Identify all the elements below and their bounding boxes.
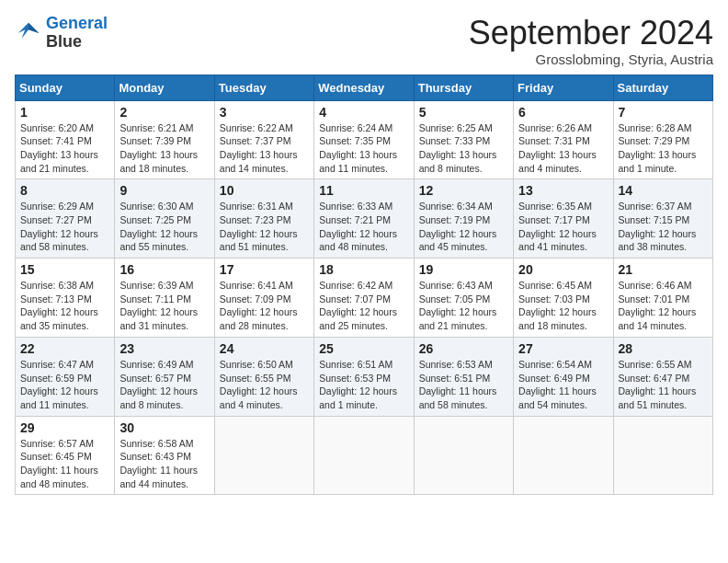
calendar-week-3: 15 Sunrise: 6:38 AMSunset: 7:13 PMDaylig… [16, 259, 713, 338]
calendar-cell: 14 Sunrise: 6:37 AMSunset: 7:15 PMDaylig… [613, 179, 712, 259]
calendar-cell: 15 Sunrise: 6:38 AMSunset: 7:13 PMDaylig… [16, 259, 115, 338]
day-number: 10 [220, 183, 309, 198]
day-number: 12 [419, 183, 508, 198]
cell-info: Sunrise: 6:54 AMSunset: 6:49 PMDaylight:… [518, 358, 608, 412]
cell-info: Sunrise: 6:21 AMSunset: 7:39 PMDaylight:… [119, 121, 209, 176]
day-number: 7 [619, 105, 708, 120]
cell-info: Sunrise: 6:30 AMSunset: 7:25 PMDaylight:… [119, 200, 209, 254]
title-block: September 2024 Grosslobming, Styria, Aus… [469, 15, 713, 67]
cell-info: Sunrise: 6:57 AMSunset: 6:45 PMDaylight:… [20, 437, 109, 491]
day-number: 22 [20, 341, 109, 356]
calendar-cell: 9 Sunrise: 6:30 AMSunset: 7:25 PMDayligh… [115, 179, 214, 259]
weekday-header-tuesday: Tuesday [214, 75, 313, 100]
day-number: 30 [119, 420, 209, 435]
calendar-cell: 22 Sunrise: 6:47 AMSunset: 6:59 PMDaylig… [16, 337, 115, 416]
cell-info: Sunrise: 6:37 AMSunset: 7:15 PMDaylight:… [619, 200, 708, 254]
cell-info: Sunrise: 6:26 AMSunset: 7:31 PMDaylight:… [518, 121, 608, 176]
day-number: 4 [319, 105, 408, 120]
day-number: 14 [619, 183, 708, 198]
month-title: September 2024 [469, 15, 713, 52]
calendar-week-2: 8 Sunrise: 6:29 AMSunset: 7:27 PMDayligh… [16, 179, 713, 259]
svg-marker-1 [28, 23, 39, 33]
cell-info: Sunrise: 6:25 AMSunset: 7:33 PMDaylight:… [419, 121, 508, 176]
cell-info: Sunrise: 6:28 AMSunset: 7:29 PMDaylight:… [619, 121, 708, 176]
day-number: 13 [518, 183, 608, 198]
calendar-cell: 2 Sunrise: 6:21 AMSunset: 7:39 PMDayligh… [115, 100, 214, 179]
cell-info: Sunrise: 6:41 AMSunset: 7:09 PMDaylight:… [220, 279, 309, 333]
cell-info: Sunrise: 6:35 AMSunset: 7:17 PMDaylight:… [518, 200, 608, 254]
calendar-cell: 23 Sunrise: 6:49 AMSunset: 6:57 PMDaylig… [115, 337, 214, 416]
cell-info: Sunrise: 6:45 AMSunset: 7:03 PMDaylight:… [518, 279, 608, 333]
day-number: 25 [319, 341, 408, 356]
calendar-cell: 12 Sunrise: 6:34 AMSunset: 7:19 PMDaylig… [414, 179, 513, 259]
day-number: 2 [119, 105, 209, 120]
cell-info: Sunrise: 6:33 AMSunset: 7:21 PMDaylight:… [319, 200, 408, 254]
day-number: 19 [419, 262, 508, 277]
day-number: 29 [20, 420, 109, 435]
day-number: 8 [20, 183, 109, 198]
page-header: GeneralBlue September 2024 Grosslobming,… [15, 15, 713, 67]
calendar-cell: 20 Sunrise: 6:45 AMSunset: 7:03 PMDaylig… [514, 259, 613, 338]
cell-info: Sunrise: 6:46 AMSunset: 7:01 PMDaylight:… [619, 279, 708, 333]
calendar-week-4: 22 Sunrise: 6:47 AMSunset: 6:59 PMDaylig… [16, 337, 713, 416]
cell-info: Sunrise: 6:51 AMSunset: 6:53 PMDaylight:… [319, 358, 408, 412]
cell-info: Sunrise: 6:22 AMSunset: 7:37 PMDaylight:… [220, 121, 309, 176]
weekday-header-wednesday: Wednesday [314, 75, 414, 100]
calendar-cell: 21 Sunrise: 6:46 AMSunset: 7:01 PMDaylig… [613, 259, 712, 338]
day-number: 6 [518, 105, 608, 120]
calendar-cell: 26 Sunrise: 6:53 AMSunset: 6:51 PMDaylig… [414, 337, 513, 416]
calendar-cell [414, 416, 513, 495]
calendar-cell: 10 Sunrise: 6:31 AMSunset: 7:23 PMDaylig… [214, 179, 313, 259]
calendar-cell: 17 Sunrise: 6:41 AMSunset: 7:09 PMDaylig… [214, 259, 313, 338]
day-number: 3 [220, 105, 309, 120]
day-number: 1 [20, 105, 109, 120]
day-number: 5 [419, 105, 508, 120]
cell-info: Sunrise: 6:34 AMSunset: 7:19 PMDaylight:… [419, 200, 508, 254]
calendar-cell: 25 Sunrise: 6:51 AMSunset: 6:53 PMDaylig… [314, 337, 414, 416]
day-number: 27 [518, 341, 608, 356]
calendar-cell: 5 Sunrise: 6:25 AMSunset: 7:33 PMDayligh… [414, 100, 513, 179]
cell-info: Sunrise: 6:53 AMSunset: 6:51 PMDaylight:… [419, 358, 508, 412]
weekday-header-sunday: Sunday [16, 75, 115, 100]
calendar-cell: 29 Sunrise: 6:57 AMSunset: 6:45 PMDaylig… [16, 416, 115, 495]
day-number: 28 [619, 341, 708, 356]
cell-info: Sunrise: 6:50 AMSunset: 6:55 PMDaylight:… [220, 358, 309, 412]
weekday-header-row: SundayMondayTuesdayWednesdayThursdayFrid… [16, 75, 713, 100]
day-number: 9 [119, 183, 209, 198]
weekday-header-saturday: Saturday [613, 75, 712, 100]
day-number: 16 [119, 262, 209, 277]
calendar-cell [613, 416, 712, 495]
calendar-table: SundayMondayTuesdayWednesdayThursdayFrid… [15, 75, 713, 496]
calendar-cell: 19 Sunrise: 6:43 AMSunset: 7:05 PMDaylig… [414, 259, 513, 338]
calendar-cell: 7 Sunrise: 6:28 AMSunset: 7:29 PMDayligh… [613, 100, 712, 179]
cell-info: Sunrise: 6:58 AMSunset: 6:43 PMDaylight:… [119, 437, 209, 491]
day-number: 21 [619, 262, 708, 277]
calendar-cell [214, 416, 313, 495]
logo-text: GeneralBlue [46, 15, 108, 52]
weekday-header-monday: Monday [115, 75, 214, 100]
weekday-header-thursday: Thursday [414, 75, 513, 100]
calendar-week-1: 1 Sunrise: 6:20 AMSunset: 7:41 PMDayligh… [16, 100, 713, 179]
day-number: 17 [220, 262, 309, 277]
calendar-cell: 24 Sunrise: 6:50 AMSunset: 6:55 PMDaylig… [214, 337, 313, 416]
calendar-cell: 6 Sunrise: 6:26 AMSunset: 7:31 PMDayligh… [514, 100, 613, 179]
logo-icon [15, 19, 42, 47]
calendar-cell: 28 Sunrise: 6:55 AMSunset: 6:47 PMDaylig… [613, 337, 712, 416]
location-title: Grosslobming, Styria, Austria [469, 52, 713, 67]
calendar-cell: 27 Sunrise: 6:54 AMSunset: 6:49 PMDaylig… [514, 337, 613, 416]
cell-info: Sunrise: 6:24 AMSunset: 7:35 PMDaylight:… [319, 121, 408, 176]
day-number: 20 [518, 262, 608, 277]
calendar-cell: 3 Sunrise: 6:22 AMSunset: 7:37 PMDayligh… [214, 100, 313, 179]
cell-info: Sunrise: 6:47 AMSunset: 6:59 PMDaylight:… [20, 358, 109, 412]
calendar-cell: 4 Sunrise: 6:24 AMSunset: 7:35 PMDayligh… [314, 100, 414, 179]
day-number: 11 [319, 183, 408, 198]
day-number: 15 [20, 262, 109, 277]
logo: GeneralBlue [15, 15, 108, 52]
day-number: 23 [119, 341, 209, 356]
day-number: 26 [419, 341, 508, 356]
day-number: 18 [319, 262, 408, 277]
calendar-cell: 8 Sunrise: 6:29 AMSunset: 7:27 PMDayligh… [16, 179, 115, 259]
calendar-cell: 11 Sunrise: 6:33 AMSunset: 7:21 PMDaylig… [314, 179, 414, 259]
cell-info: Sunrise: 6:39 AMSunset: 7:11 PMDaylight:… [119, 279, 209, 333]
cell-info: Sunrise: 6:31 AMSunset: 7:23 PMDaylight:… [220, 200, 309, 254]
